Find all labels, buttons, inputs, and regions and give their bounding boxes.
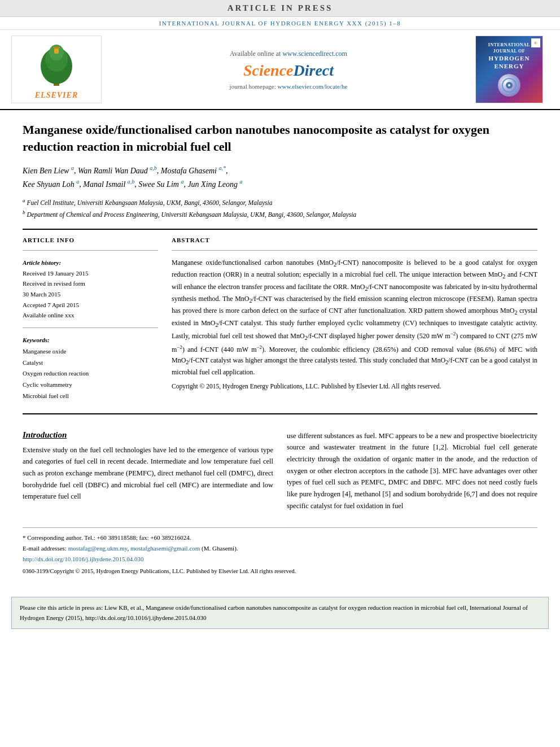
keywords-label: Keywords: (23, 337, 50, 343)
journal-homepage-url[interactable]: www.elsevier.com/locate/he (278, 83, 348, 90)
elsevier-logo-box: ELSEVIER (11, 36, 102, 103)
introduction-title: Introduction (23, 430, 273, 440)
keyword-3: Oxygen reduction reaction (23, 368, 158, 379)
journal-cover-circle-graphic (498, 74, 520, 97)
keywords-block: Keywords: Manganese oxide Catalyst Oxyge… (23, 335, 158, 402)
footer-notes: * Corresponding author. Tel.: +60 389118… (23, 527, 537, 576)
introduction-text-left: Extensive study on the fuel cell technol… (23, 444, 273, 503)
history-label: Article history: (23, 259, 61, 266)
received-revised-date: 30 March 2015 (23, 289, 158, 300)
sciencedirect-logo: ScienceDirect (243, 62, 334, 80)
authors-line: Kien Ben Liew a, Wan Ramli Wan Daud a,b,… (23, 164, 537, 191)
svg-point-6 (50, 72, 52, 74)
article-info-column: ARTICLE INFO Article history: Received 1… (23, 237, 158, 402)
sciencedirect-url[interactable]: www.sciencedirect.com (282, 50, 347, 58)
body-divider (23, 413, 537, 414)
header-area: ELSEVIER Available online at www.science… (0, 30, 560, 110)
received-date-1: Received 19 January 2015 (23, 268, 158, 279)
main-divider (23, 229, 537, 230)
abstract-text: Manganese oxide/functionalised carbon na… (172, 257, 537, 378)
introduction-text-right: use different substances as fuel. MFC ap… (287, 430, 537, 512)
abstract-column: ABSTRACT Manganese oxide/functionalised … (172, 237, 537, 402)
article-history-block: Article history: Received 19 January 201… (23, 257, 158, 321)
introduction-section: Introduction Extensive study on the fuel… (23, 430, 537, 512)
article-title: Manganese oxide/functionalised carbon na… (23, 121, 537, 155)
svg-rect-8 (54, 48, 59, 54)
svg-point-7 (61, 71, 63, 73)
svg-point-4 (46, 63, 50, 67)
elsevier-logo-section: ELSEVIER (11, 36, 102, 103)
available-online-text: Available online at www.sciencedirect.co… (230, 50, 347, 58)
keyword-5: Microbial fuel cell (23, 391, 158, 402)
doi-url[interactable]: http://dx.doi.org/10.1016/j.ijhydene.201… (23, 556, 144, 562)
copyright-line: 0360-3199/Copyright © 2015, Hydrogen Ene… (23, 566, 537, 576)
introduction-two-col: Introduction Extensive study on the fuel… (23, 430, 537, 512)
affiliations-block: a Fuel Cell Institute, Universiti Kebang… (23, 196, 537, 219)
journal-cover-title: International Journal ofHYDROGENENERGY (479, 42, 539, 71)
keyword-4: Cyclic voltammetry (23, 379, 158, 391)
svg-point-12 (508, 84, 510, 86)
keyword-1: Manganese oxide (23, 346, 158, 357)
introduction-col-left: Introduction Extensive study on the fuel… (23, 430, 273, 512)
abstract-divider (172, 250, 537, 251)
journal-cover-section: E International Journal ofHYDROGENENERGY (475, 36, 549, 103)
header-center: Available online at www.sciencedirect.co… (107, 36, 470, 103)
keyword-2: Catalyst (23, 357, 158, 369)
abstract-header: ABSTRACT (172, 237, 537, 243)
journal-name-bar: INTERNATIONAL JOURNAL OF HYDROGEN ENERGY… (0, 17, 560, 30)
journal-cover-image: E International Journal ofHYDROGENENERGY (475, 36, 543, 103)
journal-homepage-line: journal homepage: www.elsevier.com/locat… (230, 83, 348, 90)
citation-box: Please cite this article in press as: Li… (11, 597, 549, 629)
email-note: E-mail addresses: mostafag@eng.ukm.my, m… (23, 543, 537, 554)
elsevier-small-icon: E (531, 38, 540, 47)
email-link-1[interactable]: mostafag@eng.ukm.my (68, 545, 128, 552)
article-in-press-banner: ARTICLE IN PRESS (0, 0, 560, 17)
doi-link: http://dx.doi.org/10.1016/j.ijhydene.201… (23, 554, 537, 565)
svg-rect-9 (53, 47, 60, 49)
article-info-header: ARTICLE INFO (23, 237, 158, 243)
main-content: Manganese oxide/functionalised carbon na… (0, 110, 560, 588)
email-link-2[interactable]: mostafghasemi@gmail.com (130, 545, 200, 552)
available-online: Available online xxx (23, 310, 158, 321)
corresponding-author-note: * Corresponding author. Tel.: +60 389118… (23, 532, 537, 543)
svg-point-5 (63, 62, 67, 65)
article-info-abstract-section: ARTICLE INFO Article history: Received 1… (23, 237, 537, 402)
abstract-copyright: Copyright © 2015, Hydrogen Energy Public… (172, 381, 537, 391)
introduction-col-right: use different substances as fuel. MFC ap… (287, 430, 537, 512)
article-info-divider (23, 250, 158, 251)
accepted-date: Accepted 7 April 2015 (23, 300, 158, 311)
keywords-divider (23, 327, 158, 328)
elsevier-wordmark: ELSEVIER (35, 91, 78, 100)
elsevier-tree-icon (28, 43, 85, 89)
received-revised-label: Received in revised form (23, 278, 158, 289)
